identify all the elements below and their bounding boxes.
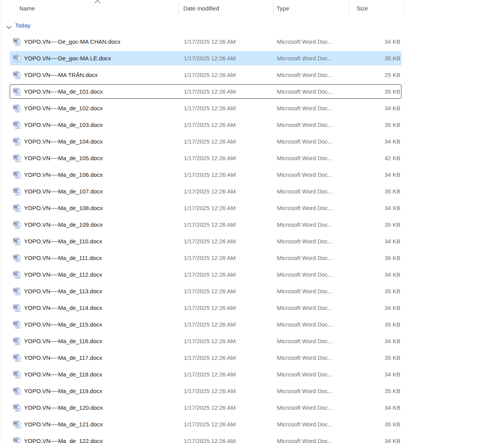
svg-text:W: W bbox=[14, 55, 17, 60]
file-row[interactable]: W YOPO.VN----Ma_de_105.docx 1/17/2025 12… bbox=[10, 151, 401, 165]
file-row[interactable]: W YOPO.VN----Ma_de_102.docx 1/17/2025 12… bbox=[10, 101, 401, 115]
file-row-slot: W YOPO.VN----Ma_de_106.docx 1/17/2025 12… bbox=[0, 166, 410, 183]
file-row[interactable]: W YOPO.VN----Ma_de_103.docx 1/17/2025 12… bbox=[10, 118, 401, 132]
column-header-row: Name Date modified Type Size bbox=[0, 0, 410, 15]
file-date-modified: 1/17/2025 12:26 AM bbox=[184, 134, 273, 149]
file-name-cell: W YOPO.VN----Ma_de_120.docx bbox=[10, 400, 179, 415]
file-name: YOPO.VN----Ma_de_105.docx bbox=[24, 155, 103, 161]
file-row[interactable]: W YOPO.VN----Ma_de_114.docx 1/17/2025 12… bbox=[10, 301, 401, 315]
file-row-slot: W YOPO.VN----Ma_de_107.docx 1/17/2025 12… bbox=[0, 183, 410, 200]
word-document-icon: W bbox=[13, 270, 21, 279]
file-row[interactable]: W YOPO.VN----Ma_de_111.docx 1/17/2025 12… bbox=[10, 251, 401, 265]
chevron-down-icon[interactable] bbox=[6, 24, 12, 27]
column-header-type[interactable]: Type bbox=[277, 0, 289, 15]
file-row[interactable]: W YOPO.VN----Ma_de_106.docx 1/17/2025 12… bbox=[10, 168, 401, 182]
word-document-icon: W bbox=[13, 287, 21, 296]
file-size: 35 KB bbox=[349, 51, 400, 65]
file-type: Microsoft Word Doc... bbox=[277, 434, 349, 443]
file-size: 34 KB bbox=[349, 367, 400, 381]
file-name: YOPO.VN----MA TRẬN.docx bbox=[24, 72, 98, 78]
file-size: 34 KB bbox=[349, 334, 400, 348]
file-row[interactable]: W YOPO.VN----Ma_de_108.docx 1/17/2025 12… bbox=[10, 201, 401, 215]
file-row[interactable]: W YOPO.VN----Ma_de_119.docx 1/17/2025 12… bbox=[10, 384, 401, 398]
file-row[interactable]: W YOPO.VN----Ma_de_109.docx 1/17/2025 12… bbox=[10, 217, 401, 232]
word-document-icon: W bbox=[13, 38, 21, 46]
file-row[interactable]: W YOPO.VN----Ma_de_113.docx 1/17/2025 12… bbox=[10, 284, 401, 298]
file-type: Microsoft Word Doc... bbox=[277, 101, 349, 115]
svg-text:W: W bbox=[14, 105, 17, 109]
svg-text:W: W bbox=[14, 322, 17, 326]
file-type: Microsoft Word Doc... bbox=[277, 151, 349, 165]
file-name-cell: W YOPO.VN----Ma_de_105.docx bbox=[10, 151, 179, 165]
file-size: 35 KB bbox=[349, 284, 400, 298]
file-size: 35 KB bbox=[349, 217, 400, 232]
file-row[interactable]: W YOPO.VN----Ma_de_118.docx 1/17/2025 12… bbox=[10, 367, 401, 381]
svg-text:W: W bbox=[14, 421, 17, 426]
file-type: Microsoft Word Doc... bbox=[277, 351, 349, 365]
svg-text:W: W bbox=[14, 205, 17, 209]
column-resize-handle[interactable] bbox=[178, 0, 179, 15]
file-name-cell: W YOPO.VN----Ma_de_102.docx bbox=[10, 101, 179, 115]
file-row-slot: W YOPO.VN----Ma_de_119.docx 1/17/2025 12… bbox=[0, 383, 410, 399]
file-name: YOPO.VN----Ma_de_117.docx bbox=[24, 354, 102, 361]
column-header-date-modified[interactable]: Date modified bbox=[183, 0, 219, 15]
file-name-cell: W YOPO.VN----MA TRẬN.docx bbox=[10, 68, 179, 82]
file-name: YOPO.VN----Ma_de_111.docx bbox=[24, 255, 102, 261]
file-name: YOPO.VN----Ma_de_116.docx bbox=[24, 338, 102, 344]
file-type: Microsoft Word Doc... bbox=[277, 284, 349, 298]
column-header-name[interactable]: Name bbox=[19, 0, 35, 15]
file-row[interactable]: W YOPO.VN----De_goc-MA LE.docx 1/17/2025… bbox=[10, 51, 401, 65]
file-row-slot: W YOPO.VN----Ma_de_105.docx 1/17/2025 12… bbox=[0, 150, 410, 166]
file-type: Microsoft Word Doc... bbox=[277, 51, 349, 65]
file-date-modified: 1/17/2025 12:26 AM bbox=[184, 251, 273, 265]
svg-text:W: W bbox=[14, 371, 17, 376]
file-date-modified: 1/17/2025 12:26 AM bbox=[184, 184, 273, 198]
word-document-icon: W bbox=[13, 54, 21, 63]
file-row[interactable]: W YOPO.VN----Ma_de_101.docx 1/17/2025 12… bbox=[10, 84, 401, 99]
file-date-modified: 1/17/2025 12:26 AM bbox=[184, 217, 273, 232]
word-document-icon: W bbox=[13, 370, 21, 379]
file-name-cell: W YOPO.VN----Ma_de_107.docx bbox=[10, 184, 179, 198]
file-row[interactable]: W YOPO.VN----Ma_de_110.docx 1/17/2025 12… bbox=[10, 234, 401, 248]
file-size: 34 KB bbox=[349, 134, 400, 149]
column-resize-handle[interactable] bbox=[273, 0, 273, 15]
file-size: 34 KB bbox=[349, 168, 400, 182]
word-document-icon: W bbox=[13, 404, 21, 412]
file-size: 35 KB bbox=[349, 384, 400, 398]
file-date-modified: 1/17/2025 12:26 AM bbox=[184, 84, 273, 99]
file-name: YOPO.VN----Ma_de_121.docx bbox=[24, 421, 103, 428]
word-document-icon: W bbox=[13, 254, 21, 262]
file-size: 35 KB bbox=[349, 417, 400, 431]
file-type: Microsoft Word Doc... bbox=[277, 301, 349, 315]
file-row[interactable]: W YOPO.VN----Ma_de_116.docx 1/17/2025 12… bbox=[10, 334, 401, 348]
file-row[interactable]: W YOPO.VN----De_goc-MA CHAN.docx 1/17/20… bbox=[10, 34, 401, 49]
file-date-modified: 1/17/2025 12:26 AM bbox=[184, 284, 273, 298]
file-row[interactable]: W YOPO.VN----Ma_de_121.docx 1/17/2025 12… bbox=[10, 417, 401, 431]
file-name: YOPO.VN----Ma_de_110.docx bbox=[24, 238, 102, 245]
file-row[interactable]: W YOPO.VN----Ma_de_117.docx 1/17/2025 12… bbox=[10, 351, 401, 365]
file-row[interactable]: W YOPO.VN----Ma_de_104.docx 1/17/2025 12… bbox=[10, 134, 401, 149]
column-resize-handle[interactable] bbox=[403, 0, 404, 15]
file-row[interactable]: W YOPO.VN----Ma_de_122.docx 1/17/2025 12… bbox=[10, 434, 401, 443]
file-date-modified: 1/17/2025 12:26 AM bbox=[184, 151, 273, 165]
group-header-today[interactable]: Today bbox=[0, 19, 402, 31]
word-document-icon: W bbox=[13, 121, 21, 129]
file-row[interactable]: W YOPO.VN----Ma_de_107.docx 1/17/2025 12… bbox=[10, 184, 401, 198]
file-row[interactable]: W YOPO.VN----MA TRẬN.docx 1/17/2025 12:2… bbox=[10, 68, 401, 82]
column-resize-handle[interactable] bbox=[349, 0, 349, 15]
file-row[interactable]: W YOPO.VN----Ma_de_115.docx 1/17/2025 12… bbox=[10, 317, 401, 332]
file-row[interactable]: W YOPO.VN----Ma_de_112.docx 1/17/2025 12… bbox=[10, 267, 401, 282]
file-type: Microsoft Word Doc... bbox=[277, 184, 349, 198]
svg-text:W: W bbox=[14, 155, 17, 159]
svg-text:W: W bbox=[14, 338, 17, 342]
file-name-cell: W YOPO.VN----Ma_de_119.docx bbox=[10, 384, 179, 398]
file-name: YOPO.VN----Ma_de_118.docx bbox=[24, 371, 102, 378]
word-document-icon: W bbox=[13, 104, 21, 113]
file-date-modified: 1/17/2025 12:26 AM bbox=[184, 168, 273, 182]
file-row-slot: W YOPO.VN----Ma_de_104.docx 1/17/2025 12… bbox=[0, 133, 410, 150]
file-row[interactable]: W YOPO.VN----Ma_de_120.docx 1/17/2025 12… bbox=[10, 400, 401, 415]
svg-text:W: W bbox=[14, 305, 17, 309]
svg-text:W: W bbox=[14, 438, 17, 442]
word-document-icon: W bbox=[13, 87, 21, 96]
column-header-size[interactable]: Size bbox=[357, 0, 368, 15]
